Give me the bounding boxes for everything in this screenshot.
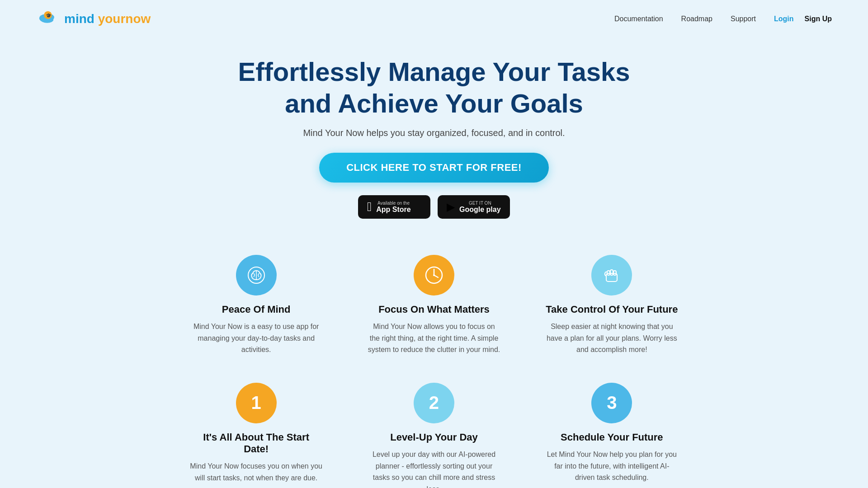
feature-peace-of-mind: Peace Of Mind Mind Your Now is a easy to… <box>181 250 331 360</box>
logo-your: your <box>94 12 125 26</box>
feature-desc-5: Let Mind Your Now help you plan for you … <box>546 449 678 483</box>
logo-now: now <box>125 12 151 26</box>
app-store-button[interactable]:  Available on the App Store <box>358 195 430 219</box>
feature-desc-3: Mind Your Now focuses you on when you wi… <box>190 460 322 483</box>
app-store-small-text: Available on the <box>376 201 410 206</box>
step-3-icon: 3 <box>591 383 632 423</box>
control-icon <box>591 255 632 296</box>
feature-desc-0: Mind Your Now is a easy to use app for m… <box>190 321 322 356</box>
step-3-number: 3 <box>607 393 617 413</box>
store-buttons:  Available on the App Store ▶ GET IT ON… <box>9 195 859 219</box>
hero-title: Effortlessly Manage Your Tasks and Achie… <box>231 56 637 119</box>
feature-control: Take Control Of Your Future Sleep easier… <box>537 250 687 360</box>
feature-title-2: Take Control Of Your Future <box>546 304 678 315</box>
google-play-small-text: GET IT ON <box>459 201 501 206</box>
google-play-icon: ▶ <box>447 201 455 213</box>
logo-icon: 🎓 <box>36 7 60 31</box>
cta-button[interactable]: CLICK HERE TO START FOR FREE! <box>319 153 549 183</box>
nav-support[interactable]: Support <box>731 15 756 23</box>
google-play-big-text: Google play <box>459 206 501 214</box>
feature-level-up: 2 Level-Up Your Day Level up your day wi… <box>359 378 509 488</box>
clock-icon <box>423 264 445 286</box>
feature-focus: Focus On What Matters Mind Your Now allo… <box>359 250 509 360</box>
focus-icon <box>414 255 454 296</box>
hero-section: Effortlessly Manage Your Tasks and Achie… <box>0 38 868 250</box>
logo[interactable]: 🎓 mind yournow <box>36 7 151 31</box>
feature-desc-1: Mind Your Now allows you to focus on the… <box>368 321 500 356</box>
login-button[interactable]: Login <box>774 15 794 23</box>
nav-documentation[interactable]: Documentation <box>614 15 663 23</box>
peace-of-mind-icon <box>236 255 277 296</box>
google-play-button[interactable]: ▶ GET IT ON Google play <box>438 195 510 219</box>
feature-desc-2: Sleep easier at night knowing that you h… <box>546 321 678 356</box>
nav-links: Documentation Roadmap Support <box>614 15 756 23</box>
signup-button[interactable]: Sign Up <box>805 15 832 23</box>
feature-title-5: Schedule Your Future <box>546 432 678 443</box>
apple-icon:  <box>367 200 372 214</box>
feature-title-1: Focus On What Matters <box>368 304 500 315</box>
feature-title-3: It's All About The Start Date! <box>190 432 322 455</box>
feature-title-0: Peace Of Mind <box>190 304 322 315</box>
nav-roadmap[interactable]: Roadmap <box>681 15 712 23</box>
logo-mind: mind <box>64 12 94 26</box>
step-2-number: 2 <box>429 393 439 413</box>
svg-text:🎓: 🎓 <box>46 13 52 19</box>
svg-rect-14 <box>610 270 613 275</box>
svg-point-11 <box>433 274 435 276</box>
fist-icon <box>601 264 623 286</box>
feature-desc-4: Level up your day with our AI-powered pl… <box>368 449 500 488</box>
app-store-big-text: App Store <box>376 206 410 214</box>
features-grid: Peace Of Mind Mind Your Now is a easy to… <box>163 250 705 488</box>
hero-subtitle: Mind Your Now helps you stay organized, … <box>9 128 859 138</box>
feature-start-date: 1 It's All About The Start Date! Mind Yo… <box>181 378 331 488</box>
brain-icon <box>245 264 267 286</box>
navbar: 🎓 mind yournow Documentation Roadmap Sup… <box>0 0 868 38</box>
feature-schedule: 3 Schedule Your Future Let Mind Your Now… <box>537 378 687 488</box>
step-2-icon: 2 <box>414 383 454 423</box>
step-1-icon: 1 <box>236 383 277 423</box>
step-1-number: 1 <box>251 393 261 413</box>
feature-title-4: Level-Up Your Day <box>368 432 500 443</box>
